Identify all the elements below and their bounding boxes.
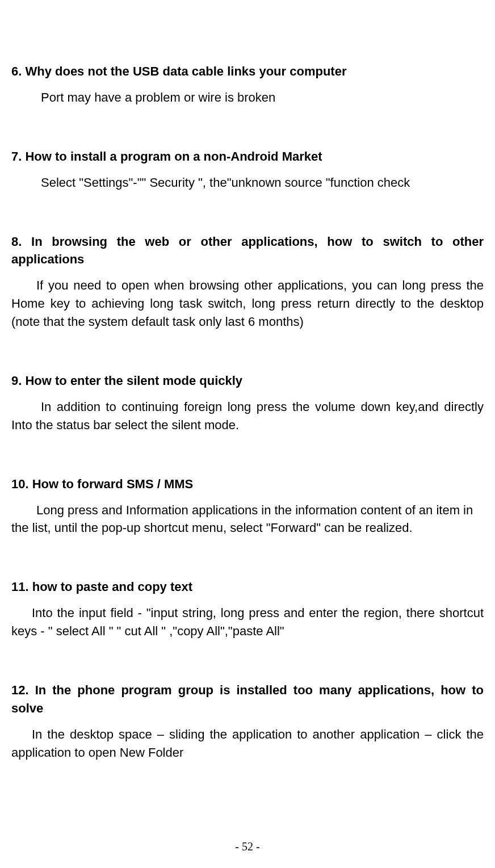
- faq-body: In addition to continuing foreign long p…: [11, 398, 484, 434]
- faq-body: Into the input field - "input string, lo…: [11, 604, 484, 640]
- faq-section-6: 6. Why does not the USB data cable links…: [11, 62, 484, 107]
- faq-body: If you need to open when browsing other …: [11, 276, 484, 331]
- faq-body: Select "Settings"-"" Security ", the"unk…: [11, 174, 484, 192]
- faq-body: In the desktop space – sliding the appli…: [11, 726, 484, 762]
- page-number: - 52 -: [0, 840, 495, 853]
- faq-heading: 7. How to install a program on a non-And…: [11, 148, 484, 166]
- faq-section-8: 8. In browsing the web or other applicat…: [11, 233, 484, 331]
- faq-heading: 9. How to enter the silent mode quickly: [11, 372, 484, 390]
- faq-section-7: 7. How to install a program on a non-And…: [11, 148, 484, 192]
- faq-heading: 11. how to paste and copy text: [11, 578, 484, 596]
- faq-section-10: 10. How to forward SMS / MMS Long press …: [11, 475, 484, 538]
- faq-section-12: 12. In the phone program group is instal…: [11, 681, 484, 762]
- faq-heading: 12. In the phone program group is instal…: [11, 681, 484, 718]
- faq-section-11: 11. how to paste and copy text Into the …: [11, 578, 484, 640]
- faq-heading: 10. How to forward SMS / MMS: [11, 475, 484, 493]
- faq-heading: 6. Why does not the USB data cable links…: [11, 62, 484, 81]
- faq-body: Long press and Information applications …: [11, 501, 484, 538]
- faq-heading: 8. In browsing the web or other applicat…: [11, 233, 484, 269]
- faq-body: Port may have a problem or wire is broke…: [11, 89, 484, 107]
- faq-section-9: 9. How to enter the silent mode quickly …: [11, 372, 484, 434]
